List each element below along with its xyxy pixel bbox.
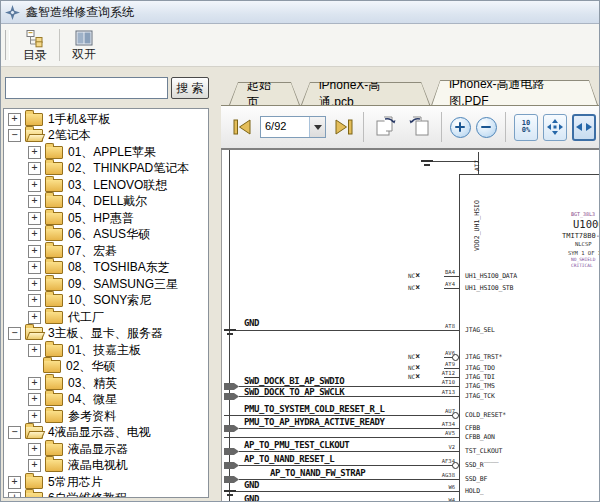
- tree-item[interactable]: +07、宏碁: [4, 243, 208, 260]
- tree-item[interactable]: +10、SONY索尼: [4, 293, 208, 310]
- document-tab[interactable]: iPhoneX-高通.pcb: [301, 82, 430, 105]
- tree-item-label[interactable]: 1手机&平板: [48, 111, 111, 128]
- expand-icon[interactable]: +: [28, 294, 41, 307]
- panel-splitter[interactable]: [211, 67, 221, 501]
- tree-item[interactable]: +01、APPLE苹果: [4, 144, 208, 161]
- search-input[interactable]: [5, 77, 168, 99]
- tree-item[interactable]: +代工厂: [4, 309, 208, 326]
- tree-item-label[interactable]: 代工厂: [68, 309, 104, 326]
- expand-icon[interactable]: +: [8, 113, 21, 126]
- next-view-button[interactable]: [372, 114, 400, 140]
- expand-icon[interactable]: +: [28, 443, 41, 456]
- expand-icon[interactable]: +: [28, 212, 41, 225]
- expand-icon[interactable]: +: [28, 146, 41, 159]
- tree-item[interactable]: +5常用芯片: [4, 474, 208, 491]
- tree-item-label[interactable]: 08、TOSHIBA东芝: [68, 259, 170, 276]
- search-button[interactable]: 搜 索: [171, 77, 209, 99]
- tree-item-label[interactable]: 04、微星: [68, 391, 117, 408]
- expand-icon[interactable]: +: [28, 162, 41, 175]
- catalog-button[interactable]: 目录: [14, 24, 56, 66]
- component-box-top-edge: [459, 174, 599, 175]
- tree-item-label[interactable]: 04、DELL戴尔: [68, 193, 147, 210]
- pin-number: AT34: [423, 421, 455, 427]
- last-page-button[interactable]: [331, 116, 355, 138]
- tree-item-label[interactable]: 06、ASUS华硕: [68, 226, 150, 243]
- tree-item[interactable]: +01、技嘉主板: [4, 342, 208, 359]
- tree-item-label[interactable]: 6自学维修教程: [48, 490, 127, 498]
- tree-item[interactable]: +09、SAMSUNG三星: [4, 276, 208, 293]
- tree-item-label[interactable]: 3主板、显卡、服务器: [48, 325, 163, 342]
- combo-dropdown-arrow-icon[interactable]: [309, 117, 325, 137]
- expand-icon[interactable]: +: [28, 228, 41, 241]
- tree-item-label[interactable]: 02、THINKPAD笔记本: [68, 160, 189, 177]
- pin-net-name: CFBB_AON: [465, 433, 495, 441]
- tree-item[interactable]: +08、TOSHIBA东芝: [4, 260, 208, 277]
- tree-item-label[interactable]: 03、精英: [68, 375, 117, 392]
- tree-item-label[interactable]: 2笔记本: [48, 127, 91, 144]
- tree-item[interactable]: +06、ASUS华硕: [4, 227, 208, 244]
- tree-item[interactable]: +03、精英: [4, 375, 208, 392]
- tree-item[interactable]: +6自学维修教程: [4, 491, 208, 499]
- previous-view-button[interactable]: [405, 114, 433, 140]
- expand-icon[interactable]: +: [28, 393, 41, 406]
- tree-item-label[interactable]: 液晶电视机: [68, 457, 128, 474]
- zoom-in-button[interactable]: [450, 117, 471, 138]
- tree-item[interactable]: +04、DELL戴尔: [4, 194, 208, 211]
- tree-item[interactable]: +05、HP惠普: [4, 210, 208, 227]
- tree-item[interactable]: +03、LENOVO联想: [4, 177, 208, 194]
- expand-icon[interactable]: +: [28, 311, 41, 324]
- tree-item-label[interactable]: 02、华硕: [66, 358, 115, 375]
- folder-tree[interactable]: +1手机&平板−2笔记本+01、APPLE苹果+02、THINKPAD笔记本+0…: [3, 108, 209, 498]
- tree-item[interactable]: −4液晶显示器、电视: [4, 425, 208, 442]
- expand-icon[interactable]: +: [28, 195, 41, 208]
- no-connect-marker: NC×: [408, 271, 420, 280]
- expand-icon[interactable]: +: [28, 278, 41, 291]
- tree-item[interactable]: +参考资料: [4, 408, 208, 425]
- tree-item[interactable]: +02、THINKPAD笔记本: [4, 161, 208, 178]
- collapse-icon[interactable]: −: [8, 129, 21, 142]
- document-tab[interactable]: 起始页: [229, 82, 300, 105]
- expand-icon[interactable]: +: [28, 377, 41, 390]
- expand-icon[interactable]: +: [28, 179, 41, 192]
- app-icon: [5, 5, 20, 20]
- expand-icon[interactable]: +: [28, 245, 41, 258]
- tree-item[interactable]: −2笔记本: [4, 128, 208, 145]
- tree-item-label[interactable]: 01、APPLE苹果: [68, 144, 156, 161]
- expand-icon[interactable]: +: [28, 459, 41, 472]
- tree-item[interactable]: +液晶显示器: [4, 441, 208, 458]
- tree-item-label[interactable]: 01、技嘉主板: [68, 342, 141, 359]
- tree-item[interactable]: 02、华硕: [4, 359, 208, 376]
- first-page-button[interactable]: [231, 116, 255, 138]
- fit-page-button[interactable]: [543, 114, 567, 141]
- collapse-icon[interactable]: −: [8, 327, 21, 340]
- tree-item-label[interactable]: 4液晶显示器、电视: [48, 424, 151, 441]
- schematic-canvas[interactable]: AT7 VDD2_UH1_HSIO BGT_38L3 U1000 TMIT78B…: [221, 150, 599, 501]
- document-tab[interactable]: iPhonex-高通电路图.PDF: [431, 80, 598, 105]
- tree-item-label[interactable]: 09、SAMSUNG三星: [68, 276, 178, 293]
- tree-item-label[interactable]: 05、HP惠普: [68, 210, 134, 227]
- tree-item-label[interactable]: 参考资料: [68, 408, 116, 425]
- tree-item-label[interactable]: 10、SONY索尼: [68, 292, 151, 309]
- folder-icon: [45, 443, 63, 456]
- tree-item[interactable]: +1手机&平板: [4, 111, 208, 128]
- collapse-icon[interactable]: −: [8, 426, 21, 439]
- tree-item[interactable]: +液晶电视机: [4, 458, 208, 475]
- page-combo[interactable]: 6/92: [260, 116, 326, 138]
- expand-icon[interactable]: +: [8, 476, 21, 489]
- tree-item-label[interactable]: 液晶显示器: [68, 441, 128, 458]
- pin-number: AT8: [423, 323, 455, 329]
- expand-icon[interactable]: +: [28, 344, 41, 357]
- zoom-out-button[interactable]: [476, 117, 497, 138]
- tree-item-label[interactable]: 07、宏碁: [68, 243, 117, 260]
- expand-icon[interactable]: +: [28, 410, 41, 423]
- tree-item[interactable]: −3主板、显卡、服务器: [4, 326, 208, 343]
- expand-icon[interactable]: +: [8, 492, 21, 498]
- tree-item-label[interactable]: 03、LENOVO联想: [68, 177, 167, 194]
- tree-item[interactable]: +04、微星: [4, 392, 208, 409]
- tree-item-label[interactable]: 5常用芯片: [48, 474, 103, 491]
- zoom-100-button[interactable]: 100%: [514, 114, 538, 141]
- toolbar-grip[interactable]: [5, 30, 10, 60]
- fit-width-button[interactable]: [572, 114, 596, 141]
- expand-icon[interactable]: +: [28, 261, 41, 274]
- dual-open-button[interactable]: 双开: [63, 24, 105, 66]
